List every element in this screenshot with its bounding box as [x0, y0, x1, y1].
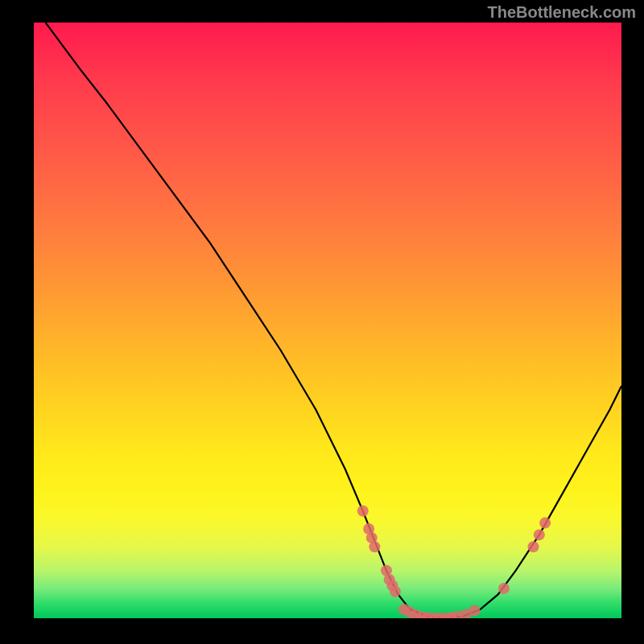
- watermark-text: TheBottleneck.com: [488, 3, 636, 22]
- chart-container: TheBottleneck.com: [0, 0, 644, 644]
- gradient-background: [34, 23, 621, 618]
